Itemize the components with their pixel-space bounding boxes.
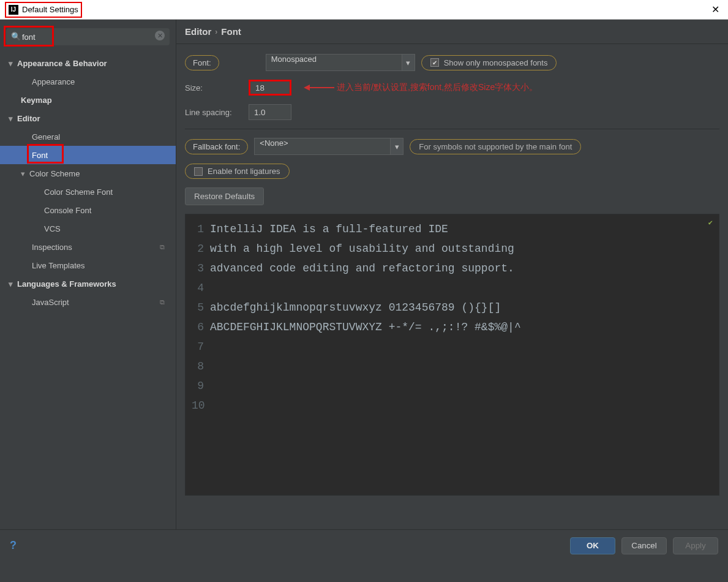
- breadcrumb-font: Font: [221, 26, 241, 37]
- font-combo[interactable]: Monospaced ▾: [266, 54, 415, 71]
- line-spacing-input[interactable]: [249, 104, 291, 120]
- size-row: Size: 进入当前/默认设置,搜索font,然后修改Size字体大小。: [185, 80, 719, 96]
- show-monospaced-label: Show only monospaced fonts: [444, 58, 548, 67]
- ligatures-row: Enable font ligatures: [185, 164, 719, 179]
- preview-line: 1IntelliJ IDEA is a full-featured IDE: [186, 219, 719, 239]
- preview-line: 9: [186, 376, 719, 396]
- preview-line: 8: [186, 357, 719, 376]
- gutter-number: 7: [192, 337, 204, 357]
- fallback-combo[interactable]: <None> ▾: [254, 138, 403, 155]
- sidebar-item-javascript[interactable]: JavaScript⧉: [0, 293, 176, 311]
- search-icon: 🔍: [11, 32, 21, 41]
- gutter-number: 4: [192, 278, 204, 298]
- gutter-number: 1: [192, 219, 204, 239]
- sidebar-item-general[interactable]: General: [0, 127, 176, 146]
- gutter-number: 6: [192, 317, 204, 337]
- font-preview: ✔ 1IntelliJ IDEA is a full-featured IDE2…: [185, 214, 719, 496]
- clear-search-icon[interactable]: ✕: [155, 31, 165, 40]
- preview-line: 7: [186, 337, 719, 357]
- sidebar-item-editor[interactable]: ▾Editor: [0, 109, 176, 127]
- close-icon[interactable]: ✕: [708, 4, 723, 15]
- gutter-number: 8: [192, 357, 204, 376]
- size-input[interactable]: [249, 80, 291, 96]
- gutter-number: 3: [192, 259, 204, 278]
- chevron-down-icon: ▾: [9, 114, 17, 123]
- fallback-label: Fallback font:: [185, 139, 248, 154]
- sidebar-item-color-scheme[interactable]: ▾Color Scheme: [0, 164, 176, 183]
- show-monospaced-checkbox[interactable]: ✔ Show only monospaced fonts: [421, 55, 557, 70]
- app-icon: IJ: [9, 5, 18, 15]
- sidebar-item-console-font[interactable]: Console Font: [0, 201, 176, 219]
- sidebar-item-vcs[interactable]: VCS: [0, 219, 176, 238]
- cancel-button[interactable]: Cancel: [621, 537, 667, 554]
- font-value: Monospaced: [266, 54, 402, 71]
- title-area: IJ Default Settings: [5, 2, 82, 18]
- chevron-down-icon: ▾: [9, 279, 17, 289]
- breadcrumb: Editor › Font: [176, 20, 728, 44]
- sidebar-item-font[interactable]: Font: [0, 146, 176, 164]
- sidebar-item-color-scheme-font[interactable]: Color Scheme Font: [0, 183, 176, 201]
- titlebar: IJ Default Settings ✕: [0, 0, 728, 20]
- sidebar: 🔍 ✕ ▾Appearance & Behavior Appearance Ke…: [0, 20, 176, 529]
- fallback-info: For symbols not supported by the main fo…: [410, 139, 581, 154]
- copy-icon: ⧉: [160, 243, 170, 251]
- preview-text: with a high level of usability and outst…: [210, 239, 514, 259]
- preview-text: IntelliJ IDEA is a full-featured IDE: [210, 219, 448, 239]
- fallback-value: <None>: [254, 138, 390, 155]
- sidebar-item-inspections[interactable]: Inspections⧉: [0, 238, 176, 256]
- ligatures-label: Enable font ligatures: [208, 167, 280, 176]
- line-spacing-row: Line spacing:: [185, 104, 719, 120]
- content: Font: Monospaced ▾ ✔ Show only monospace…: [176, 44, 728, 529]
- chevron-down-icon[interactable]: ▾: [402, 54, 415, 71]
- chevron-down-icon: ▾: [9, 59, 17, 68]
- breadcrumb-editor: Editor: [185, 26, 211, 37]
- font-label: Font:: [185, 55, 219, 70]
- help-icon[interactable]: ?: [10, 539, 17, 552]
- preview-text: ABCDEFGHIJKLMNOPQRSTUVWXYZ +-*/= .,;:!? …: [210, 317, 521, 337]
- main-panel: Editor › Font Font: Monospaced ▾ ✔ Show …: [176, 20, 728, 529]
- gutter-number: 5: [192, 298, 204, 317]
- restore-defaults-button[interactable]: Restore Defaults: [185, 187, 264, 205]
- preview-text: abcdefghijklmnopqrstuvwxyz 0123456789 ()…: [210, 298, 501, 317]
- chevron-down-icon[interactable]: ▾: [390, 138, 403, 155]
- check-icon: ✔: [708, 218, 713, 227]
- divider: [185, 129, 719, 129]
- preview-line: 5abcdefghijklmnopqrstuvwxyz 0123456789 (…: [186, 298, 719, 317]
- ok-button[interactable]: OK: [570, 537, 615, 554]
- chevron-down-icon: ▾: [21, 169, 29, 178]
- sidebar-item-appearance[interactable]: Appearance: [0, 72, 176, 91]
- preview-line: 6ABCDEFGHIJKLMNOPQRSTUVWXYZ +-*/= .,;:!?…: [186, 317, 719, 337]
- preview-text: advanced code editing and refactoring su…: [210, 259, 514, 278]
- sidebar-item-appearance-behavior[interactable]: ▾Appearance & Behavior: [0, 54, 176, 72]
- sidebar-item-languages-frameworks[interactable]: ▾Languages & Frameworks: [0, 274, 176, 293]
- gutter-number: 9: [192, 376, 204, 396]
- fallback-row: Fallback font: <None> ▾ For symbols not …: [185, 138, 719, 155]
- gutter-number: 2: [192, 239, 204, 259]
- arrow-left-icon: [304, 83, 334, 92]
- copy-icon: ⧉: [160, 298, 170, 306]
- size-label: Size:: [185, 83, 242, 93]
- checkbox-checked-icon: ✔: [430, 58, 439, 67]
- chevron-right-icon: ›: [215, 28, 217, 36]
- apply-button[interactable]: Apply: [673, 537, 718, 554]
- window-title: Default Settings: [22, 5, 78, 14]
- preview-line: 10: [186, 396, 719, 415]
- footer: ? OK Cancel Apply: [0, 529, 728, 561]
- settings-tree: ▾Appearance & Behavior Appearance Keymap…: [0, 50, 176, 311]
- annotation-text: 进入当前/默认设置,搜索font,然后修改Size字体大小。: [337, 82, 538, 93]
- ligatures-checkbox[interactable]: Enable font ligatures: [185, 164, 290, 179]
- font-row: Font: Monospaced ▾ ✔ Show only monospace…: [185, 54, 719, 71]
- restore-row: Restore Defaults: [185, 187, 719, 205]
- checkbox-unchecked-icon: [194, 167, 203, 176]
- svg-marker-1: [304, 85, 310, 91]
- search-input[interactable]: [6, 28, 170, 45]
- sidebar-item-live-templates[interactable]: Live Templates: [0, 256, 176, 274]
- preview-line: 2with a high level of usability and outs…: [186, 239, 719, 259]
- annotation-arrow: 进入当前/默认设置,搜索font,然后修改Size字体大小。: [304, 82, 538, 93]
- body: 🔍 ✕ ▾Appearance & Behavior Appearance Ke…: [0, 20, 728, 529]
- gutter-number: 10: [192, 396, 204, 415]
- search-row: 🔍 ✕: [0, 20, 176, 50]
- preview-line: 4: [186, 278, 719, 298]
- sidebar-item-keymap[interactable]: Keymap: [0, 91, 176, 109]
- line-spacing-label: Line spacing:: [185, 108, 242, 117]
